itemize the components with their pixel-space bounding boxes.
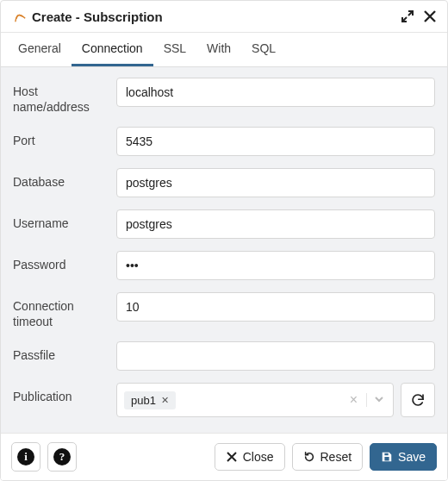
help-button[interactable]: ? (47, 442, 77, 472)
dialog-title: Create - Subscription (32, 9, 163, 24)
titlebar: Create - Subscription (1, 1, 447, 33)
timeout-label: Connection timeout (13, 292, 116, 329)
passfile-label: Passfile (13, 341, 116, 364)
form-area: Host name/address Port Database Username… (1, 67, 447, 433)
publication-label: Publication (13, 383, 116, 405)
dialog-window: Create - Subscription General Connection… (0, 0, 448, 481)
close-button-label: Close (243, 450, 274, 464)
database-label: Database (13, 168, 116, 191)
save-button[interactable]: Save (370, 443, 437, 471)
save-icon (381, 451, 393, 463)
host-input[interactable] (116, 78, 435, 107)
chevron-down-icon[interactable] (366, 393, 388, 407)
username-input[interactable] (116, 209, 435, 239)
help-icon: ? (53, 448, 71, 465)
save-button-label: Save (398, 450, 426, 464)
tab-sql[interactable]: SQL (241, 33, 286, 66)
password-input[interactable] (116, 251, 435, 280)
username-label: Username (13, 209, 116, 232)
publication-chip-label: pub1 (131, 394, 156, 407)
port-label: Port (13, 127, 116, 149)
tab-connection[interactable]: Connection (72, 33, 153, 66)
publication-chip: pub1 ✕ (124, 391, 176, 409)
password-label: Password (13, 251, 116, 273)
tab-ssl[interactable]: SSL (153, 33, 196, 66)
reset-button[interactable]: Reset (292, 443, 364, 471)
close-x-icon (226, 451, 238, 463)
tabs: General Connection SSL With SQL (1, 33, 447, 67)
reset-icon (303, 451, 315, 463)
reset-button-label: Reset (320, 450, 352, 464)
info-icon: i (17, 448, 34, 465)
passfile-input[interactable] (116, 341, 435, 371)
database-input[interactable] (116, 168, 435, 197)
port-input[interactable] (116, 127, 435, 156)
publication-select[interactable]: pub1 ✕ × (116, 383, 394, 417)
app-icon (9, 6, 28, 26)
host-label: Host name/address (13, 78, 116, 115)
info-button[interactable]: i (11, 442, 40, 472)
chip-remove-icon[interactable]: ✕ (161, 395, 169, 406)
timeout-input[interactable] (116, 292, 435, 322)
expand-icon[interactable] (401, 9, 414, 23)
close-icon[interactable] (423, 9, 437, 23)
close-button[interactable]: Close (215, 443, 285, 471)
tab-general[interactable]: General (8, 33, 72, 66)
footer: i ? Close Reset Save (1, 433, 447, 480)
clear-all-icon[interactable]: × (345, 392, 363, 408)
refresh-button[interactable] (401, 383, 435, 417)
tab-with[interactable]: With (196, 33, 241, 66)
